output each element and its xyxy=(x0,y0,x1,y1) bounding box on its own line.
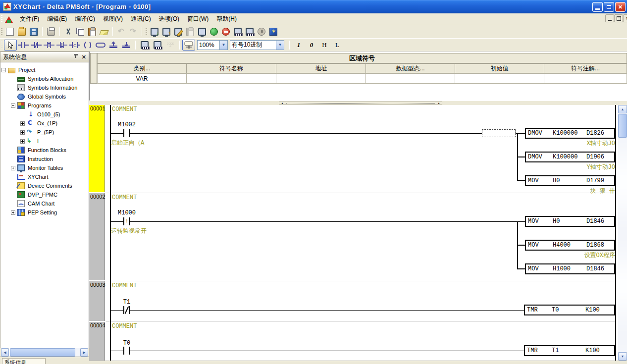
sidebar-item-o100[interactable]: O100_(5) xyxy=(0,110,89,119)
save-icon[interactable] xyxy=(28,26,40,37)
mdi-minimize-button[interactable] xyxy=(605,14,614,22)
rising-block-icon[interactable] xyxy=(107,40,120,51)
mdi-restore-button[interactable] xyxy=(614,14,623,22)
chevron-down-icon[interactable]: ▼ xyxy=(219,41,227,50)
menu-options[interactable]: 选项(O) xyxy=(155,13,183,25)
contact-no[interactable] xyxy=(123,347,124,355)
rung-comment-label[interactable]: COMMENT xyxy=(112,106,137,113)
hex-button[interactable]: H xyxy=(318,40,331,50)
sidebar-item-instruction[interactable]: Instruction xyxy=(0,155,89,163)
rung-number[interactable]: 00003 xyxy=(89,281,105,321)
open-file-icon[interactable] xyxy=(16,26,28,37)
parentheses-output-icon[interactable] xyxy=(81,40,94,51)
print-icon[interactable] xyxy=(45,26,57,37)
menu-compile[interactable]: 编译(C) xyxy=(71,13,99,25)
cut-icon[interactable] xyxy=(62,26,74,37)
toolbar-grip[interactable] xyxy=(1,28,2,36)
cell-category[interactable]: VAR xyxy=(97,73,187,84)
scroll-left-icon[interactable]: ◀ xyxy=(1,348,9,357)
sidebar-item-xychart[interactable]: XYChart xyxy=(0,172,89,181)
expand-icon[interactable] xyxy=(20,139,25,144)
toolbar-grip[interactable] xyxy=(146,28,147,36)
pane-splitter[interactable]: ▲ ▲ xyxy=(89,101,627,105)
instruction-box[interactable]: MOV H0 D1799 xyxy=(525,175,615,186)
close-panel-icon[interactable]: ✕ xyxy=(82,54,86,60)
number-format-select[interactable]: 有号10进制 ▼ xyxy=(230,40,284,50)
comment-display-toggle-icon[interactable] xyxy=(182,40,195,51)
collapse-up-icon[interactable]: ▲ xyxy=(280,102,285,104)
contact-label[interactable]: M1002 xyxy=(109,121,145,128)
col-header-name[interactable]: 符号名称 xyxy=(186,63,276,73)
instruction-box[interactable]: TMR T1 K100 xyxy=(524,345,615,356)
cell-comment[interactable] xyxy=(544,73,627,84)
scroll-down-icon[interactable]: ▼ xyxy=(618,352,627,361)
rung-comment-label[interactable]: COMMENT xyxy=(112,323,137,330)
contact-nc-icon[interactable] xyxy=(30,40,43,51)
col-header-comment[interactable]: 符号注解... xyxy=(544,63,627,73)
sidebar-item-symbols-allocation[interactable]: Symbols Allocation xyxy=(0,74,89,83)
low-button[interactable]: L xyxy=(331,40,344,50)
rung-number[interactable]: 00002 xyxy=(89,193,105,280)
sidebar-item-function-blocks[interactable]: Function Blocks xyxy=(0,146,89,155)
online-mode-icon[interactable] xyxy=(208,26,220,37)
menu-help[interactable]: 帮助(H) xyxy=(212,13,241,25)
menu-window[interactable]: 窗口(W) xyxy=(183,13,212,25)
toolbar-grip[interactable] xyxy=(1,15,2,23)
expand-icon[interactable] xyxy=(11,210,15,215)
instruction-box[interactable]: TMR T0 K100 xyxy=(524,305,615,315)
col-header-initial[interactable]: 初始值 xyxy=(455,63,544,73)
contact-label[interactable]: T1 xyxy=(109,299,145,306)
new-file-icon[interactable] xyxy=(4,26,16,37)
menu-communication[interactable]: 通讯(C) xyxy=(127,13,155,25)
expand-icon[interactable] xyxy=(11,166,15,170)
device-comment[interactable]: Y轴寸动JO xyxy=(525,163,615,171)
toolbar-grip[interactable] xyxy=(1,41,2,49)
copy-icon[interactable] xyxy=(74,26,86,37)
close-button[interactable]: ✕ xyxy=(615,2,626,12)
add-monitor-2-icon[interactable] xyxy=(244,26,256,37)
pin-icon[interactable] xyxy=(73,54,79,60)
menu-view[interactable]: 视图(V) xyxy=(99,13,127,25)
cell-name[interactable] xyxy=(186,73,276,84)
system-info-tab[interactable]: 系统信息 xyxy=(2,358,46,364)
online-edit-icon[interactable] xyxy=(172,26,184,37)
expand-icon[interactable] xyxy=(20,121,25,126)
paste-icon[interactable] xyxy=(86,26,98,37)
chevron-down-icon[interactable]: ▼ xyxy=(276,41,284,50)
menu-edit[interactable]: 编辑(E) xyxy=(43,13,71,25)
scrollbar-thumb[interactable] xyxy=(10,348,75,357)
scroll-right-icon[interactable]: ▶ xyxy=(80,348,88,357)
bit-off-button[interactable]: 0 xyxy=(305,40,318,50)
col-header-datatype[interactable]: 数据型态... xyxy=(366,63,455,73)
rung-comment-label[interactable]: COMMENT xyxy=(112,282,137,289)
collapse-icon[interactable] xyxy=(1,68,6,72)
zoom-select[interactable]: 100% ▼ xyxy=(197,40,228,50)
contact-label[interactable]: M1000 xyxy=(109,209,145,216)
ladder-editor[interactable]: 00001 00002 00003 00004 COMMENT M1002 启始… xyxy=(89,105,618,361)
col-header-address[interactable]: 地址 xyxy=(276,63,366,73)
instruction-box[interactable]: DMOV K100000 D1826 xyxy=(525,128,615,139)
sidebar-item-i[interactable]: I xyxy=(0,137,89,146)
device-comment[interactable]: 运转监视常开 xyxy=(111,227,147,235)
contact-no-icon[interactable] xyxy=(17,40,30,51)
monitor-icon[interactable] xyxy=(196,26,208,37)
ladder-monitor-2-icon[interactable] xyxy=(151,40,164,51)
sidebar-item-ox[interactable]: Ox_(1P) xyxy=(0,119,89,128)
sidebar-item-p[interactable]: P_(5P) xyxy=(0,128,89,137)
contact-label[interactable]: T0 xyxy=(109,340,145,347)
compare-contact-icon[interactable]: C xyxy=(68,40,81,51)
cell-initial[interactable] xyxy=(455,73,544,84)
sidebar-item-device-comments[interactable]: Device Comments xyxy=(0,181,89,190)
sidebar-item-pep-setting[interactable]: PEP Setting xyxy=(0,208,89,217)
ladder-vscrollbar[interactable]: ▲ ▼ xyxy=(618,105,627,361)
eraser-icon[interactable] xyxy=(98,26,110,37)
minimize-button[interactable] xyxy=(592,2,603,12)
sidebar-item-programs[interactable]: Programs xyxy=(0,101,89,110)
rung-comment-label[interactable]: COMMENT xyxy=(112,194,137,201)
device-comment[interactable]: 块 狠 卄 xyxy=(525,187,615,195)
scroll-up-icon[interactable]: ▲ xyxy=(618,105,627,113)
sidebar-hscrollbar[interactable]: ◀ ▶ xyxy=(1,348,88,357)
sidebar-item-symbols-information[interactable]: Symbols Information xyxy=(0,83,89,92)
contact-nc[interactable] xyxy=(123,306,124,314)
contact-falling-icon[interactable] xyxy=(55,40,68,51)
